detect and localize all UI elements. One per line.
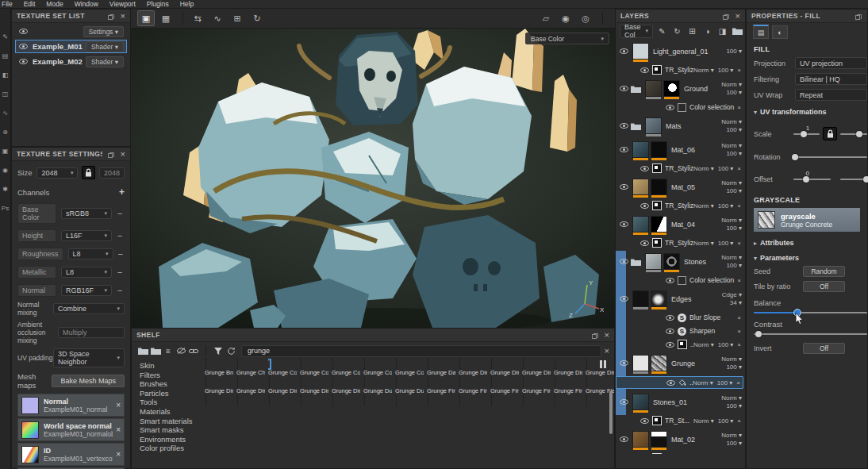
channel-format-dropdown[interactable]: L8▾ bbox=[68, 248, 113, 259]
category-color-profiles[interactable]: Color profiles bbox=[140, 444, 205, 453]
mixing-value-dropdown[interactable]: Combine▾ bbox=[53, 303, 125, 314]
visibility-toggle[interactable] bbox=[639, 418, 649, 424]
layer-thumbnail[interactable] bbox=[651, 355, 667, 371]
category-smart-masks[interactable]: Smart masks bbox=[140, 425, 205, 435]
remove-mesh-map-button[interactable]: × bbox=[116, 425, 121, 434]
opacity-dropdown[interactable]: 34 ▾ bbox=[730, 299, 742, 307]
layer-thumbnail[interactable] bbox=[632, 394, 649, 410]
undock-icon[interactable] bbox=[108, 151, 115, 157]
visibility-toggle[interactable] bbox=[665, 278, 674, 283]
visibility-toggle[interactable] bbox=[619, 123, 628, 129]
mesh-map-row[interactable]: NormalExampleM01_normal× bbox=[17, 394, 125, 417]
blend-mode-dropdown[interactable]: Norm ▾ bbox=[693, 341, 714, 348]
layer-row[interactable]: Mat_02Norm ▾100 ▾ bbox=[616, 429, 743, 450]
layer-thumbnail[interactable] bbox=[663, 253, 680, 270]
texture-set-row[interactable]: Example_M02Shader ▾ bbox=[15, 55, 127, 68]
mixing-value-dropdown[interactable]: 3D Space Neighbor▾ bbox=[53, 348, 125, 367]
tab-fill-properties[interactable]: ▤ bbox=[753, 25, 769, 39]
opacity-dropdown[interactable]: 100 ▾ bbox=[726, 48, 742, 56]
tile-by-ratio-button[interactable]: Off bbox=[803, 281, 845, 292]
opacity-dropdown[interactable]: 100 ▾ bbox=[726, 402, 742, 410]
visibility-toggle[interactable] bbox=[639, 67, 649, 73]
opacity-dropdown[interactable]: 100 ▾ bbox=[726, 89, 742, 97]
visibility-toggle[interactable] bbox=[639, 203, 649, 209]
opacity-dropdown[interactable]: 100 ▾ bbox=[718, 67, 734, 74]
channel-format-dropdown[interactable]: L8▾ bbox=[61, 267, 112, 278]
visibility-toggle[interactable] bbox=[619, 259, 628, 264]
undock-icon[interactable] bbox=[108, 13, 115, 19]
blend-mode-dropdown[interactable]: Norm ▾ bbox=[693, 379, 713, 386]
eye-off-icon[interactable] bbox=[175, 345, 187, 356]
close-icon[interactable]: × bbox=[605, 332, 609, 338]
remove-channel-button[interactable]: − bbox=[115, 231, 125, 240]
channel-format-dropdown[interactable]: L16F▾ bbox=[61, 230, 112, 241]
layer-row[interactable]: GroundNorm ▾100 ▾ bbox=[616, 78, 743, 99]
layer-thumbnail[interactable] bbox=[663, 80, 680, 97]
eye-icon[interactable] bbox=[18, 29, 28, 34]
category-tools[interactable]: Tools bbox=[140, 398, 205, 407]
menu-help[interactable]: Help bbox=[180, 0, 194, 8]
projection-tool[interactable]: ◧ bbox=[1, 71, 10, 79]
rotation-slider[interactable] bbox=[793, 156, 867, 158]
remove-channel-button[interactable]: − bbox=[115, 267, 125, 277]
remove-channel-button[interactable]: − bbox=[115, 209, 125, 218]
layer-thumbnail[interactable] bbox=[632, 216, 649, 233]
property-dropdown[interactable]: Bilinear | HQ bbox=[795, 73, 867, 85]
add-layer-icon[interactable]: ⊞ bbox=[686, 25, 698, 37]
blend-mode-dropdown[interactable]: Norm ▾ bbox=[721, 217, 742, 225]
close-icon[interactable]: × bbox=[121, 151, 125, 157]
visibility-toggle[interactable] bbox=[619, 184, 628, 190]
checkbox-icon[interactable] bbox=[678, 276, 686, 285]
undock-icon[interactable] bbox=[855, 13, 862, 19]
category-environments[interactable]: Environments bbox=[140, 435, 205, 444]
blend-mode-dropdown[interactable]: Norm ▾ bbox=[721, 432, 742, 440]
slider-handle[interactable] bbox=[803, 176, 809, 183]
close-icon[interactable]: × bbox=[121, 13, 125, 19]
size-dropdown[interactable]: 2048▾ bbox=[36, 167, 78, 179]
category-smart-materials[interactable]: Smart materials bbox=[140, 417, 205, 426]
shader-dropdown[interactable]: Shader ▾ bbox=[86, 56, 124, 67]
invert-button[interactable]: Off bbox=[803, 343, 845, 354]
visibility-toggle[interactable] bbox=[665, 315, 674, 321]
slider-handle[interactable] bbox=[801, 131, 807, 137]
layer-row[interactable]: Mat_04Norm ▾100 ▾ bbox=[616, 213, 743, 235]
attributes-toggle[interactable]: ▸Attributes bbox=[754, 239, 867, 247]
add-mask-icon[interactable]: ◨ bbox=[716, 25, 728, 37]
visibility-toggle[interactable] bbox=[619, 360, 628, 366]
shelf-scrollbar[interactable] bbox=[609, 390, 613, 434]
link-icon[interactable] bbox=[187, 345, 200, 356]
slider-handle[interactable] bbox=[792, 154, 798, 160]
layer-row[interactable]: EdgesCdge ▾34 ▾ bbox=[616, 288, 743, 309]
mirror-tool[interactable]: ⇆ bbox=[189, 10, 206, 26]
scale-slider[interactable]: 1 bbox=[793, 133, 820, 135]
opacity-dropdown[interactable]: 100 ▾ bbox=[718, 202, 734, 210]
remove-effect-button[interactable]: × bbox=[737, 417, 741, 425]
opacity-dropdown[interactable]: 100 ▾ bbox=[726, 262, 742, 270]
visibility-toggle[interactable] bbox=[665, 329, 674, 334]
layer-thumbnail[interactable] bbox=[645, 117, 662, 134]
layer-thumbnail[interactable] bbox=[645, 253, 662, 270]
picker-tool[interactable]: ◉ bbox=[1, 166, 10, 175]
menu-viewport[interactable]: Viewport bbox=[109, 0, 136, 8]
settings-dropdown[interactable]: Settings ▾ bbox=[83, 26, 124, 37]
layer-effect-row[interactable]: TR_Styliz...Norm ▾100 ▾× bbox=[616, 237, 743, 248]
eye-icon[interactable] bbox=[18, 59, 28, 64]
category-particles[interactable]: Particles bbox=[140, 389, 205, 398]
layer-thumbnail[interactable] bbox=[632, 431, 649, 448]
undock-icon[interactable] bbox=[592, 332, 599, 338]
blend-mode-dropdown[interactable]: Norm ▾ bbox=[721, 394, 742, 402]
remove-effect-button[interactable]: × bbox=[736, 379, 740, 386]
opacity-dropdown[interactable]: 100 ▾ bbox=[718, 165, 734, 172]
seed-random-button[interactable]: Random bbox=[803, 266, 845, 277]
layer-thumbnail[interactable] bbox=[651, 290, 667, 307]
channel-format-dropdown[interactable]: RGB16F▾ bbox=[61, 285, 112, 296]
mesh-map-row[interactable]: World space normalExampleM01_normalobj× bbox=[17, 418, 125, 441]
opacity-dropdown[interactable]: 100 ▾ bbox=[726, 225, 742, 233]
close-icon[interactable]: × bbox=[735, 13, 740, 19]
remove-channel-button[interactable]: − bbox=[115, 286, 125, 295]
search-input[interactable] bbox=[246, 346, 597, 356]
remove-effect-button[interactable]: × bbox=[737, 202, 741, 210]
mixing-value-field[interactable]: Multiply bbox=[58, 327, 125, 338]
material-view[interactable]: ◉ bbox=[557, 10, 574, 26]
polygon-fill-tool[interactable]: ◫ bbox=[1, 90, 10, 98]
